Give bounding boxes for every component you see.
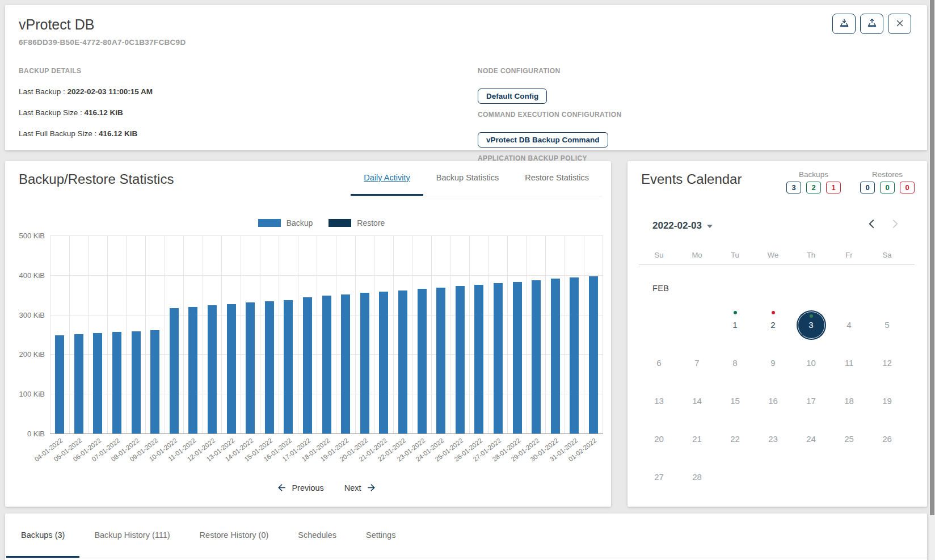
import-button[interactable] bbox=[860, 14, 883, 34]
calendar-day[interactable]: 2 bbox=[754, 306, 792, 344]
calendar-day[interactable]: 11 bbox=[830, 344, 868, 382]
calendar-grid: 1234567891011121314151617181920212223242… bbox=[640, 306, 906, 496]
day-number: 6 bbox=[656, 358, 661, 368]
scrollbar-thumb[interactable] bbox=[930, 0, 934, 515]
backup-bar[interactable] bbox=[246, 302, 255, 433]
config-section-label: NODE CONFIGURATION bbox=[478, 67, 622, 75]
chart-column: 27-01-2022 bbox=[489, 235, 508, 433]
backup-bar[interactable] bbox=[532, 280, 541, 433]
backup-bar[interactable] bbox=[227, 304, 236, 433]
backup-bar[interactable] bbox=[456, 286, 465, 433]
config-chip-button[interactable]: vProtect DB Backup Command bbox=[478, 132, 608, 148]
backup-bar[interactable] bbox=[170, 308, 179, 433]
chart-column: 07-01-2022 bbox=[108, 235, 127, 433]
calendar-day[interactable]: 23 bbox=[754, 420, 792, 458]
backup-bar[interactable] bbox=[513, 282, 522, 433]
backup-bar[interactable] bbox=[284, 300, 293, 433]
legend-label: Backup bbox=[287, 218, 313, 228]
calendar-day[interactable]: 6 bbox=[640, 344, 678, 382]
calendar-prev-button[interactable] bbox=[867, 219, 877, 229]
count-badge[interactable]: 0 bbox=[900, 182, 915, 193]
backup-bar[interactable] bbox=[112, 332, 121, 433]
chart-column: 14-01-2022 bbox=[241, 235, 260, 433]
tab-restore-history-0[interactable]: Restore History (0) bbox=[185, 513, 284, 558]
calendar-day[interactable]: 4 bbox=[830, 306, 868, 344]
calendar-day[interactable]: 24 bbox=[792, 420, 830, 458]
tab-schedules[interactable]: Schedules bbox=[283, 513, 351, 558]
backup-bar[interactable] bbox=[150, 330, 159, 433]
day-number: 4 bbox=[846, 320, 851, 330]
calendar-day[interactable]: 1 bbox=[716, 306, 754, 344]
calendar-day[interactable]: 21 bbox=[678, 420, 716, 458]
backup-bar[interactable] bbox=[303, 297, 312, 433]
calendar-day[interactable]: 8 bbox=[716, 344, 754, 382]
backup-bar[interactable] bbox=[398, 290, 407, 433]
count-badge[interactable]: 0 bbox=[880, 182, 895, 193]
backup-bar[interactable] bbox=[474, 285, 483, 433]
backup-bar[interactable] bbox=[341, 294, 350, 433]
config-chip-button[interactable]: Default Config bbox=[478, 89, 547, 104]
next-button[interactable]: Next bbox=[344, 482, 377, 493]
backup-bar[interactable] bbox=[418, 289, 427, 433]
backup-bar[interactable] bbox=[93, 333, 102, 433]
backup-bar[interactable] bbox=[379, 292, 388, 433]
count-badge[interactable]: 0 bbox=[860, 182, 875, 193]
legend-swatch bbox=[258, 219, 281, 227]
chart-column: 04-01-2022 bbox=[50, 235, 70, 433]
calendar-day[interactable]: 20 bbox=[640, 420, 678, 458]
tab-backups-3[interactable]: Backups (3) bbox=[6, 513, 79, 558]
calendar-day[interactable]: 10 bbox=[792, 344, 830, 382]
close-button[interactable] bbox=[888, 14, 911, 34]
backup-bar[interactable] bbox=[132, 331, 141, 433]
calendar-day[interactable]: 5 bbox=[868, 306, 906, 344]
calendar-day[interactable]: 3 bbox=[792, 306, 830, 344]
date-picker[interactable]: 2022-02-03 bbox=[652, 220, 713, 231]
event-dot bbox=[810, 314, 813, 318]
tab-restore-statistics[interactable]: Restore Statistics bbox=[512, 161, 602, 196]
export-button[interactable] bbox=[832, 14, 856, 34]
calendar-day[interactable]: 25 bbox=[830, 420, 868, 458]
tab-settings[interactable]: Settings bbox=[351, 513, 410, 558]
selected-day-circle[interactable]: 3 bbox=[797, 310, 826, 340]
count-badge[interactable]: 3 bbox=[786, 182, 801, 193]
tab-backup-history-111[interactable]: Backup History (111) bbox=[79, 513, 184, 558]
calendar-day[interactable]: 13 bbox=[640, 382, 678, 420]
backup-bar[interactable] bbox=[55, 335, 64, 433]
weekday-label: Mo bbox=[678, 251, 716, 259]
calendar-day[interactable]: 18 bbox=[830, 382, 868, 420]
calendar-day[interactable]: 7 bbox=[678, 344, 716, 382]
backup-bar[interactable] bbox=[74, 334, 83, 433]
backup-bar[interactable] bbox=[551, 279, 560, 433]
backup-bar[interactable] bbox=[589, 276, 598, 433]
calendar-day[interactable]: 27 bbox=[640, 458, 678, 496]
chart-column: 11-01-2022 bbox=[184, 235, 203, 433]
backup-bar[interactable] bbox=[360, 293, 369, 433]
page-scrollbar[interactable] bbox=[929, 0, 935, 560]
count-badge[interactable]: 1 bbox=[826, 182, 841, 193]
backup-bar[interactable] bbox=[265, 301, 274, 433]
calendar-day[interactable]: 26 bbox=[868, 420, 906, 458]
backup-bar[interactable] bbox=[188, 307, 197, 433]
chart-column: 22-01-2022 bbox=[394, 235, 413, 433]
count-badge[interactable]: 2 bbox=[806, 182, 821, 193]
backup-bar[interactable] bbox=[436, 288, 445, 433]
tab-backup-statistics[interactable]: Backup Statistics bbox=[423, 161, 512, 196]
calendar-day[interactable]: 15 bbox=[716, 382, 754, 420]
day-number: 10 bbox=[806, 358, 816, 368]
calendar-day[interactable]: 22 bbox=[716, 420, 754, 458]
calendar-day[interactable]: 12 bbox=[868, 344, 906, 382]
backup-bar[interactable] bbox=[494, 283, 503, 433]
backup-bar[interactable] bbox=[322, 296, 331, 433]
calendar-day[interactable]: 17 bbox=[792, 382, 830, 420]
backup-bar[interactable] bbox=[208, 305, 217, 433]
calendar-next-button[interactable] bbox=[890, 219, 900, 229]
calendar-day[interactable]: 14 bbox=[678, 382, 716, 420]
calendar-day[interactable]: 16 bbox=[754, 382, 792, 420]
backup-bar[interactable] bbox=[570, 277, 579, 433]
calendar-day[interactable]: 28 bbox=[678, 458, 716, 496]
calendar-day[interactable]: 19 bbox=[868, 382, 906, 420]
detail-value: 416.12 KiB bbox=[99, 129, 137, 138]
previous-button[interactable]: Previous bbox=[276, 482, 323, 493]
calendar-day[interactable]: 9 bbox=[754, 344, 792, 382]
tab-daily-activity[interactable]: Daily Activity bbox=[351, 161, 423, 196]
